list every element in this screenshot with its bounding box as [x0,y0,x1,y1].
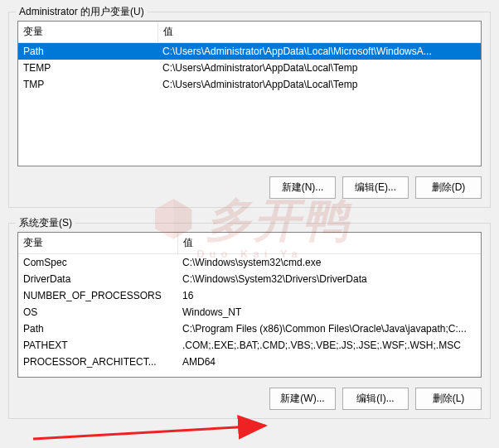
cell-var-value: C:\Users\Administrator\AppData\Local\Tem… [157,60,481,76]
cell-var-name: Path [18,320,177,337]
cell-var-value: Windows_NT [177,304,481,320]
table-row[interactable]: OSWindows_NT [18,304,481,320]
system-edit-button[interactable]: 编辑(I)... [342,388,409,410]
cell-var-name: OS [18,304,177,320]
system-new-button[interactable]: 新建(W)... [269,388,336,410]
cell-var-name: DriverData [18,271,177,287]
cell-var-value: C:\Users\Administrator\AppData\Local\Mic… [157,43,481,60]
cell-var-name: Path [18,43,157,60]
user-variables-label: Administrator 的用户变量(U) [16,5,148,19]
cell-var-name: NUMBER_OF_PROCESSORS [18,287,177,304]
table-row[interactable]: NUMBER_OF_PROCESSORS16 [18,287,481,304]
user-delete-button[interactable]: 删除(D) [415,176,482,199]
cell-var-value: C:\Windows\System32\Drivers\DriverData [177,271,481,287]
cell-var-name: PROCESSOR_ARCHITECT... [18,354,177,370]
cell-var-name: TEMP [18,60,157,76]
cell-var-value: .COM;.EXE;.BAT;.CMD;.VBS;.VBE;.JS;.JSE;.… [177,337,481,354]
table-row[interactable]: PATHEXT.COM;.EXE;.BAT;.CMD;.VBS;.VBE;.JS… [18,337,481,354]
svg-line-0 [33,426,265,439]
user-new-button[interactable]: 新建(N)... [269,176,336,199]
cell-var-name: ComSpec [18,254,177,272]
table-row[interactable]: PathC:\Users\Administrator\AppData\Local… [18,43,481,60]
cell-var-value: C:\Users\Administrator\AppData\Local\Tem… [157,76,481,93]
cell-var-value: AMD64 [177,354,481,370]
system-variables-label: 系统变量(S) [16,216,75,230]
sys-col-value[interactable]: 值 [177,233,481,254]
user-col-value[interactable]: 值 [157,22,481,43]
user-variables-group: Administrator 的用户变量(U) 变量 值 PathC:\Users… [8,12,491,208]
cell-var-name: PATHEXT [18,337,177,354]
user-col-name[interactable]: 变量 [18,22,157,43]
table-row[interactable]: ComSpecC:\Windows\system32\cmd.exe [18,254,481,272]
table-row[interactable]: TMPC:\Users\Administrator\AppData\Local\… [18,76,481,93]
table-row[interactable]: PROCESSOR_ARCHITECT...AMD64 [18,354,481,370]
table-row[interactable]: DriverDataC:\Windows\System32\Drivers\Dr… [18,271,481,287]
cell-var-name: TMP [18,76,157,93]
system-delete-button[interactable]: 删除(L) [415,388,482,410]
cell-var-value: C:\Program Files (x86)\Common Files\Orac… [177,320,481,337]
system-variables-group: 系统变量(S) 变量 值 ComSpecC:\Windows\system32\… [8,223,491,419]
sys-col-name[interactable]: 变量 [18,233,177,254]
system-variables-table[interactable]: 变量 值 ComSpecC:\Windows\system32\cmd.exeD… [17,232,482,378]
system-buttons-row: 新建(W)... 编辑(I)... 删除(L) [17,388,482,410]
user-buttons-row: 新建(N)... 编辑(E)... 删除(D) [17,176,482,199]
cell-var-value: C:\Windows\system32\cmd.exe [177,254,481,272]
table-row[interactable]: PathC:\Program Files (x86)\Common Files\… [18,320,481,337]
cell-var-value: 16 [177,287,481,304]
table-row[interactable]: TEMPC:\Users\Administrator\AppData\Local… [18,60,481,76]
user-variables-table[interactable]: 变量 值 PathC:\Users\Administrator\AppData\… [17,21,482,166]
user-edit-button[interactable]: 编辑(E)... [342,176,409,199]
